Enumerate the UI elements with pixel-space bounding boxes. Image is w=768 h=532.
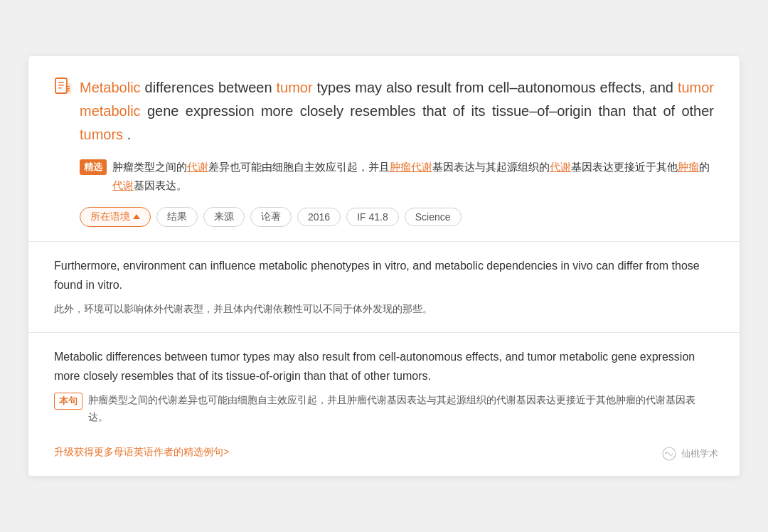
tag-source[interactable]: 来源: [203, 207, 245, 227]
zh-text-3: 基因表达与其起源组织的: [432, 161, 550, 173]
watermark-text: 仙桃学术: [681, 447, 718, 460]
upgrade-section: 升级获得更多母语英语作者的精选例句>: [54, 440, 714, 459]
tag-year[interactable]: 2016: [297, 208, 341, 226]
zh-text-1: 肿瘤类型之间的: [112, 161, 187, 173]
passage2-en: Furthermore, environment can influence m…: [54, 256, 714, 294]
passage1-metabolic: Metabolic: [80, 80, 141, 95]
zh-daoxie-1: 代谢: [187, 161, 208, 173]
passage3-block: Metabolic differences between tumor type…: [54, 347, 714, 426]
watermark-logo-icon: [661, 446, 677, 462]
passage1-zh-text: 肿瘤类型之间的代谢差异也可能由细胞自主效应引起，并且肿瘤代谢基因表达与其起源组织…: [112, 158, 714, 196]
section-divider-2: [28, 332, 740, 333]
tag-journal[interactable]: Science: [405, 208, 462, 226]
passage1-text-3: gene expression more closely resembles t…: [147, 103, 714, 119]
top-passage-block: Metabolic differences between tumor type…: [54, 76, 714, 147]
document-icon: [54, 78, 73, 96]
svg-rect-1: [58, 82, 64, 83]
tag-arrow-icon: [133, 214, 140, 219]
passage1-text: Metabolic differences between tumor type…: [80, 76, 714, 147]
svg-rect-5: [67, 86, 70, 87]
zh-text-6: 基因表达。: [134, 179, 187, 191]
passage1-text-2: types may also result from cell–autonomo…: [317, 80, 678, 95]
passage2-zh: 此外，环境可以影响体外代谢表型，并且体内代谢依赖性可以不同于体外发现的那些。: [54, 300, 714, 318]
zh-zhongliu-daoxie: 肿瘤代谢: [390, 161, 432, 173]
section-divider: [28, 241, 740, 242]
svg-rect-6: [67, 88, 70, 89]
tags-row: 所在语境 结果 来源 论著 2016 IF 41.8 Science: [54, 207, 714, 227]
svg-rect-3: [58, 87, 62, 89]
passage3-zh: 肿瘤类型之间的代谢差异也可能由细胞自主效应引起，并且肿瘤代谢基因表达与其起源组织…: [88, 391, 714, 426]
benju-row: 本句 肿瘤类型之间的代谢差异也可能由细胞自主效应引起，并且肿瘤代谢基因表达与其起…: [54, 391, 714, 426]
jingxuan-block: 精选 肿瘤类型之间的代谢差异也可能由细胞自主效应引起，并且肿瘤代谢基因表达与其起…: [54, 158, 714, 196]
tag-source-label: 来源: [214, 211, 234, 223]
svg-point-9: [666, 452, 667, 454]
watermark: 仙桃学术: [661, 446, 718, 462]
zh-text-2: 差异也可能由细胞自主效应引起，并且: [208, 161, 390, 173]
passage1-period: .: [127, 127, 132, 142]
jingxuan-badge: 精选: [80, 159, 107, 175]
tag-journal-label: Science: [415, 211, 451, 223]
passage1-text-1: differences between: [145, 80, 277, 95]
passage1-tumor1: tumor: [277, 80, 313, 95]
zh-daoxie-2: 代谢: [550, 161, 571, 173]
svg-rect-2: [58, 85, 64, 86]
zh-zhongliu-2: 肿瘤: [678, 161, 699, 173]
tag-result[interactable]: 结果: [156, 207, 198, 227]
tag-if-label: IF 41.8: [357, 211, 388, 223]
tag-context[interactable]: 所在语境: [80, 207, 151, 227]
zh-daoxie-3: 代谢: [112, 179, 134, 191]
zh-text-4: 基因表达更接近于其他: [571, 161, 678, 173]
passage3-en: Metabolic differences between tumor type…: [54, 347, 714, 385]
tag-year-label: 2016: [308, 211, 330, 223]
passage1-tumors: tumors: [80, 127, 123, 142]
passage2-block: Furthermore, environment can influence m…: [54, 256, 714, 318]
tag-result-label: 结果: [167, 211, 187, 223]
tag-paper[interactable]: 论著: [250, 207, 292, 227]
svg-rect-7: [67, 90, 70, 91]
benju-badge: 本句: [54, 393, 82, 410]
tag-context-label: 所在语境: [90, 211, 130, 223]
tag-paper-label: 论著: [261, 211, 281, 223]
zh-text-5: 的: [699, 161, 710, 173]
upgrade-link[interactable]: 升级获得更多母语英语作者的精选例句>: [54, 446, 229, 459]
main-card: Metabolic differences between tumor type…: [28, 56, 740, 476]
tag-if[interactable]: IF 41.8: [346, 208, 399, 226]
